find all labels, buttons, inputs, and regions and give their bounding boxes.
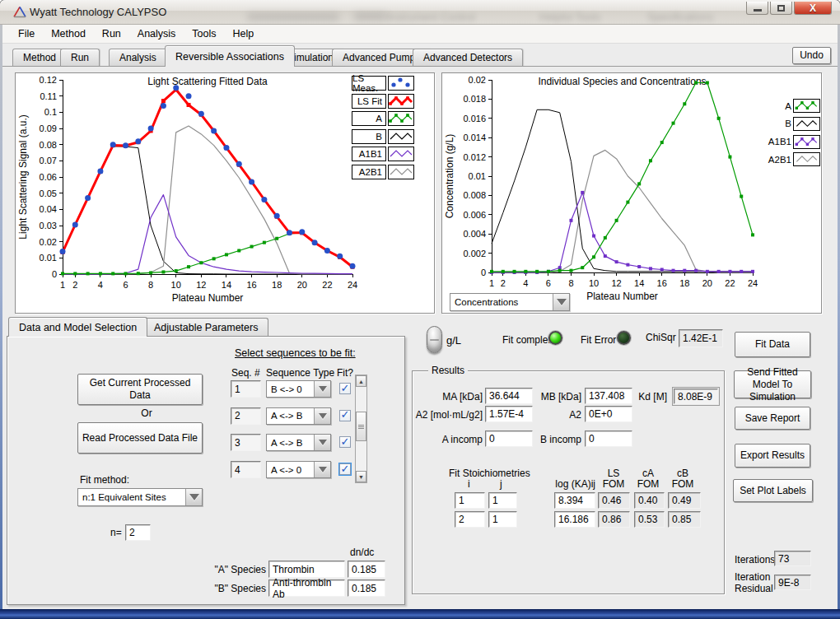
svg-text:Individual Species and Concent: Individual Species and Concentrations — [538, 76, 706, 87]
species-b-dndc-input[interactable]: 0.185 — [348, 579, 385, 597]
n-input[interactable]: 2 — [125, 524, 151, 541]
mb-input[interactable]: 137.408 — [585, 388, 632, 404]
menu-item-run[interactable]: Run — [95, 26, 128, 41]
species-b-input[interactable]: Anti-thrombin Ab — [268, 579, 345, 597]
svg-text:24: 24 — [348, 280, 357, 290]
main-tab-run[interactable]: Run — [60, 49, 100, 66]
ma-input[interactable]: 36.644 — [485, 388, 533, 404]
legend-swatch-a1b1[interactable] — [388, 147, 414, 161]
legend-swatch-a2b1[interactable] — [793, 152, 820, 166]
fit-checkbox[interactable]: ✓ — [339, 436, 351, 448]
fit-data-button[interactable]: Fit Data — [735, 332, 810, 357]
tab-data-and-model-selection[interactable]: Data and Model Selection — [8, 317, 147, 337]
svg-text:10: 10 — [171, 280, 181, 290]
ma-label: MA [kDa] — [425, 391, 483, 403]
b-incomp-input[interactable]: 0 — [585, 431, 632, 447]
sequence-type-value: A <-> B — [267, 438, 314, 448]
a-incomp-input[interactable]: 0 — [485, 431, 533, 447]
send-fitted-model-button[interactable]: Send Fitted Model To Simulation — [734, 370, 811, 398]
legend-swatch-b[interactable] — [388, 129, 414, 144]
seq-number-field[interactable]: 2 — [231, 407, 261, 425]
ls-fom-header2: FOM — [602, 478, 625, 490]
legend-swatch-lsmeas[interactable] — [388, 76, 414, 91]
svg-text:0: 0 — [481, 268, 486, 277]
read-processed-data-file-button[interactable]: Read Processed Data File — [77, 422, 203, 454]
scrollbar-thumb[interactable] — [356, 412, 366, 441]
species-a-input[interactable]: Thrombin — [268, 561, 345, 578]
dndc-header: dn/dc — [350, 547, 374, 558]
plot-selector-dropdown[interactable]: Concentrations — [450, 293, 570, 311]
svg-text:0.002: 0.002 — [463, 249, 486, 258]
svg-text:14: 14 — [634, 278, 644, 288]
kd-label: Kd [M] — [638, 391, 667, 403]
a2-mol-input[interactable]: 1.57E-4 — [485, 406, 533, 422]
main-tab-analysis[interactable]: Analysis — [109, 49, 167, 66]
stoich-j-input[interactable]: 1 — [488, 511, 517, 528]
dropdown-arrow-icon — [314, 435, 330, 450]
set-plot-labels-button[interactable]: Set Plot Labels — [733, 479, 813, 502]
sequence-type-dropdown[interactable]: A <-> 0 — [266, 461, 331, 478]
sequence-type-dropdown[interactable]: B <-> 0 — [266, 380, 331, 398]
iteration-residual-label: Iteration Residual — [735, 571, 774, 595]
menu-item-method[interactable]: Method — [44, 26, 93, 41]
get-current-processed-data-button[interactable]: Get Current Processed Data — [77, 374, 203, 405]
fit-checkbox[interactable]: ✓ — [339, 383, 351, 394]
menu-item-help[interactable]: Help — [226, 26, 262, 41]
seq-number-field[interactable]: 1 — [231, 380, 261, 398]
fit-checkbox[interactable]: ✓ — [339, 410, 351, 421]
units-toggle[interactable] — [427, 326, 442, 353]
app-logo — [13, 6, 26, 18]
a2-mol-label: A2 [mol·mL/g2] — [413, 409, 483, 421]
tab-adjustable-parameters[interactable]: Adjustable Parameters — [143, 318, 268, 337]
legend-swatch-lsfit[interactable] — [388, 94, 414, 109]
svg-text:22: 22 — [725, 278, 735, 288]
a2-input[interactable]: 0E+0 — [585, 406, 632, 422]
scroll-up-icon[interactable]: ▲ — [356, 375, 366, 387]
svg-text:Plateau Number: Plateau Number — [172, 292, 244, 304]
minimize-button[interactable] — [746, 2, 768, 15]
legend-swatch-a[interactable] — [388, 111, 414, 126]
main-tab-method[interactable]: Method — [12, 49, 67, 66]
stoich-i-input[interactable]: 1 — [455, 492, 485, 509]
logka-input[interactable]: 8.394 — [554, 492, 595, 509]
fit-error-led — [617, 331, 631, 345]
seq-num-header: Seq. # — [231, 367, 260, 379]
sequence-type-value: A <-> B — [267, 411, 314, 421]
stoich-j-input[interactable]: 1 — [488, 492, 517, 509]
save-report-button[interactable]: Save Report — [735, 407, 810, 430]
b-incomp-label: B incomp — [536, 434, 581, 445]
stoich-i-input[interactable]: 2 — [455, 511, 485, 528]
sequence-type-dropdown[interactable]: A <-> B — [266, 434, 331, 451]
maximize-button[interactable] — [770, 2, 792, 15]
undo-button[interactable]: Undo — [792, 47, 831, 64]
main-tab-reversible-associations[interactable]: Reversible Associations — [165, 45, 295, 67]
legend-swatch-b[interactable] — [793, 117, 820, 131]
sequence-scrollbar[interactable]: ▲ ▼ — [355, 375, 367, 483]
menu-item-file[interactable]: File — [11, 26, 42, 41]
ls-chart: Light Scattering Fitted Data00.010.020.0… — [16, 73, 434, 313]
ca-fom-header2: FOM — [637, 478, 660, 490]
fit-checkbox[interactable]: ✓ — [339, 463, 351, 475]
species-a-dndc-input[interactable]: 0.185 — [348, 561, 385, 578]
svg-text:18: 18 — [272, 280, 282, 290]
species-b-label: "B" Species — [208, 583, 266, 594]
menu-item-analysis[interactable]: Analysis — [130, 26, 184, 41]
menu-item-tools[interactable]: Tools — [184, 26, 223, 41]
legend-swatch-a1b1[interactable] — [793, 135, 820, 149]
svg-text:22: 22 — [322, 280, 332, 290]
sequence-type-dropdown[interactable]: A <-> B — [266, 407, 331, 425]
main-tab-advanced-detectors[interactable]: Advanced Detectors — [413, 49, 523, 66]
legend-label-b: B — [758, 117, 791, 131]
cb-fom-value: 0.49 — [668, 492, 701, 509]
logka-input[interactable]: 16.186 — [554, 511, 595, 528]
seq-number-field[interactable]: 3 — [231, 434, 261, 451]
scroll-down-icon[interactable]: ▼ — [356, 471, 366, 482]
legend-swatch-a2b1[interactable] — [388, 165, 414, 179]
minimize-icon — [754, 9, 762, 12]
svg-text:0.06: 0.06 — [40, 172, 57, 182]
fit-method-dropdown[interactable]: n:1 Equivalent Sites — [77, 488, 203, 506]
close-button[interactable]: X — [794, 2, 832, 15]
export-results-button[interactable]: Export Results — [735, 444, 810, 468]
seq-number-field[interactable]: 4 — [231, 461, 261, 478]
legend-swatch-a[interactable] — [793, 99, 820, 113]
